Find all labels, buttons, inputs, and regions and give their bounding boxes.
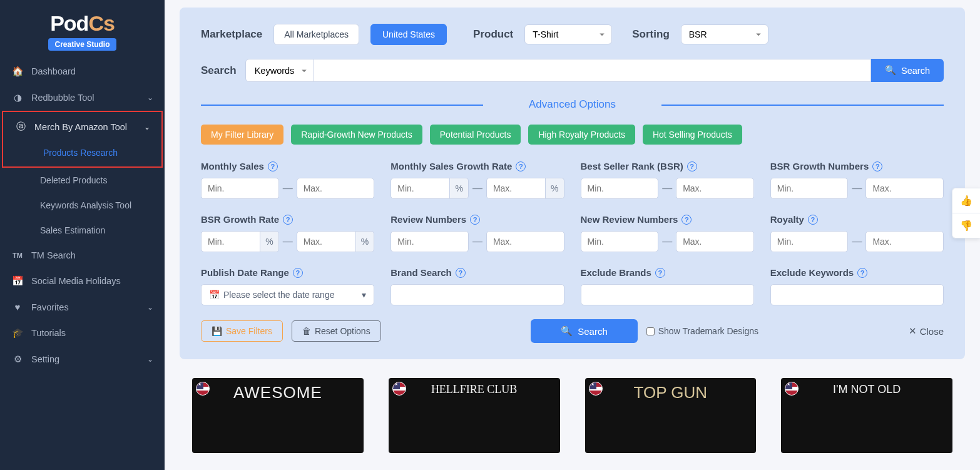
label-text: Monthly Sales [201,161,264,171]
save-filters-button[interactable]: 💾 Save Filters [201,320,283,342]
help-icon[interactable]: ? [516,161,526,171]
max-input[interactable] [676,178,754,199]
brand-search-input[interactable] [390,284,564,305]
floating-feedback: 👍 👎 [952,188,980,238]
card-text: I'M NOT OLD [830,383,903,396]
label-text: Royalty [770,214,804,225]
dash: — [283,236,293,247]
pct-suffix: % [260,231,278,252]
show-tm-checkbox[interactable]: Show Trademark Designs [646,326,758,336]
chevron-down-icon: ⌄ [147,303,153,312]
min-input[interactable] [581,231,659,252]
max-input[interactable] [865,178,944,199]
sidebar-subitem-keywords-analysis[interactable]: Keywords Analysis Tool [0,193,165,218]
all-marketplaces-button[interactable]: All Marketplaces [273,24,359,45]
min-input[interactable] [770,178,849,199]
sidebar-item-redbubble[interactable]: ◑ Redbubble Tool ⌄ [0,84,165,111]
max-input[interactable] [486,178,546,199]
sidebar-item-holidays[interactable]: 📅 Social Media Holidays [0,268,165,294]
thumbs-down-button[interactable]: 👎 [952,213,980,238]
label-text: BSR Growth Rate [201,214,279,225]
min-input[interactable] [390,231,469,252]
chevron-down-icon: ⌄ [144,123,150,131]
sidebar-label: Merch By Amazon Tool [34,122,127,132]
min-input[interactable] [390,178,450,199]
min-input[interactable] [201,178,279,199]
dash: — [662,183,672,194]
sidebar-label: Social Media Holidays [31,276,121,286]
sidebar-item-setting[interactable]: ⚙ Setting ⌄ [0,346,165,372]
date-range-button[interactable]: 📅 Please select the date range ▾ [201,284,374,305]
field-monthly-sales-growth: Monthly Sales Growth Rate ? % — % [390,161,564,199]
min-input[interactable] [201,231,260,252]
search-input[interactable] [314,59,871,82]
close-button[interactable]: ✕ Close [909,325,944,337]
sidebar-item-dashboard[interactable]: 🏠 Dashboard [0,58,165,84]
rapid-growth-button[interactable]: Rapid-Growth New Products [291,125,422,145]
sidebar-label: TM Search [31,250,76,260]
show-tm-input[interactable] [646,327,655,335]
home-icon: 🏠 [11,66,24,77]
field-label: Monthly Sales ? [201,161,374,171]
search-button[interactable]: 🔍 Search [871,59,944,82]
sidebar-subitem-products-research[interactable]: Products Research [3,140,161,165]
max-input[interactable] [297,231,356,252]
logo-sub: Creative Studio [48,38,116,51]
product-card[interactable]: TOP GUN [585,378,757,453]
product-card[interactable]: HELLFIRE CLUB [389,378,560,453]
help-icon[interactable]: ? [687,161,697,171]
sidebar-subitem-sales-estimation[interactable]: Sales Estimation [0,218,165,243]
advanced-options-label: Advanced Options [529,98,616,110]
thumbs-up-button[interactable]: 👍 [952,188,980,213]
help-icon[interactable]: ? [655,268,665,278]
sidebar-item-merch[interactable]: ⓐ Merch By Amazon Tool ⌄ [3,113,161,140]
help-icon[interactable]: ? [872,161,882,171]
max-input[interactable] [676,231,754,252]
sidebar-label: Deleted Products [40,175,107,185]
help-icon[interactable]: ? [808,215,818,225]
high-royalty-button[interactable]: High Royalty Products [528,125,635,145]
max-input[interactable] [297,178,375,199]
sidebar-label: Favorites [31,302,69,312]
my-filter-library-button[interactable]: My Filter Library [201,125,283,145]
pct-suffix: % [546,178,564,199]
exclude-brands-input[interactable] [581,284,754,305]
max-input[interactable] [865,231,944,252]
search-big-button[interactable]: 🔍 Search [531,319,638,343]
sidebar-item-favorites[interactable]: ♥ Favorites ⌄ [0,294,165,320]
max-input[interactable] [486,231,564,252]
product-card[interactable]: AWESOME [192,378,364,453]
help-icon[interactable]: ? [456,268,466,278]
help-icon[interactable]: ? [470,215,480,225]
reset-options-button[interactable]: 🗑 Reset Options [292,320,381,342]
sidebar-subitem-deleted-products[interactable]: Deleted Products [0,168,165,193]
dash: — [472,183,482,194]
gear-icon: ⚙ [11,354,24,365]
calendar-icon: 📅 [11,275,24,287]
filter-grid: Monthly Sales ? — Monthly Sales Growth R… [201,161,944,305]
sorting-label: Sorting [632,28,670,41]
dash: — [662,236,672,247]
close-label: Close [920,326,944,337]
min-input[interactable] [581,178,659,199]
close-icon: ✕ [909,325,917,337]
product-card[interactable]: I'M NOT OLD [781,378,952,453]
sidebar-label: Products Research [43,148,118,158]
united-states-button[interactable]: United States [370,24,447,45]
search-type-select[interactable]: Keywords [245,59,314,82]
help-icon[interactable]: ? [283,215,293,225]
help-icon[interactable]: ? [293,268,303,278]
redbubble-icon: ◑ [11,92,24,103]
potential-products-button[interactable]: Potential Products [430,125,521,145]
sorting-select[interactable]: BSR [681,24,768,44]
sidebar-item-tm-search[interactable]: TM TM Search [0,243,165,268]
help-icon[interactable]: ? [857,268,867,278]
help-icon[interactable]: ? [268,161,278,171]
sidebar-item-tutorials[interactable]: 🎓 Tutorials [0,320,165,346]
advanced-options-toggle[interactable]: Advanced Options [201,98,944,111]
help-icon[interactable]: ? [681,215,692,225]
hot-selling-button[interactable]: Hot Selling Products [643,125,742,145]
exclude-keywords-input[interactable] [770,284,944,305]
product-select[interactable]: T-Shirt [524,24,612,44]
min-input[interactable] [770,231,849,252]
